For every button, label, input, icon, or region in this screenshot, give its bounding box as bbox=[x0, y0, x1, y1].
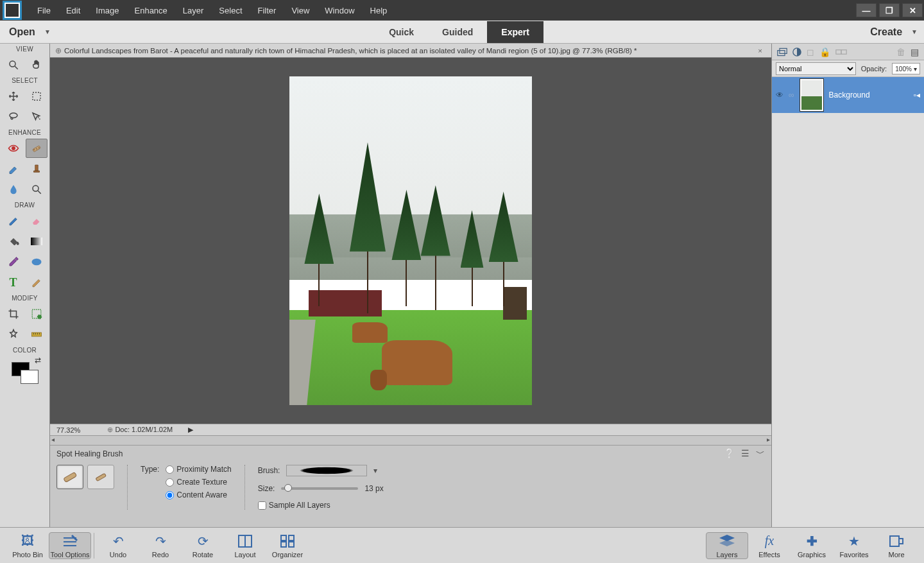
hand-tool[interactable] bbox=[26, 55, 47, 74]
crop-tool[interactable] bbox=[3, 304, 24, 324]
sponge-tool[interactable] bbox=[26, 180, 47, 199]
menu-help[interactable]: Help bbox=[363, 1, 395, 21]
pencil-tool[interactable] bbox=[26, 273, 47, 292]
svg-rect-11 bbox=[31, 238, 42, 245]
ab-graphics[interactable]: ✚Graphics bbox=[791, 533, 833, 559]
menu-window[interactable]: Window bbox=[317, 1, 362, 21]
zoom-level[interactable]: 77.32% bbox=[56, 426, 80, 434]
menu-filter[interactable]: Filter bbox=[250, 1, 284, 21]
recompose-tool[interactable] bbox=[26, 304, 47, 324]
open-button[interactable]: Open bbox=[0, 26, 44, 38]
zoom-tool[interactable] bbox=[3, 55, 24, 74]
svg-point-0 bbox=[10, 61, 15, 67]
paint-bucket-tool[interactable] bbox=[3, 232, 24, 251]
close-button[interactable]: ✕ bbox=[902, 3, 923, 17]
menu-select[interactable]: Select bbox=[211, 1, 250, 21]
tab-status-icon: ⊕ bbox=[55, 46, 62, 55]
cookie-cutter-tool[interactable] bbox=[3, 325, 24, 344]
blur-tool[interactable] bbox=[3, 180, 24, 199]
radio-proximity[interactable]: Proximity Match bbox=[166, 465, 231, 474]
ab-effects[interactable]: fxEffects bbox=[748, 533, 791, 559]
horizontal-scrollbar[interactable] bbox=[50, 435, 771, 445]
background-color[interactable] bbox=[21, 370, 38, 384]
layer-row-background[interactable]: 👁 ∞ Background ▫◂ bbox=[772, 77, 924, 113]
size-slider[interactable] bbox=[281, 487, 358, 490]
svg-line-10 bbox=[38, 191, 41, 194]
ab-rotate[interactable]: ⟳Rotate bbox=[182, 533, 224, 559]
checkbox-sample-all[interactable]: Sample All Layers bbox=[258, 501, 384, 510]
canvas-viewport[interactable] bbox=[50, 58, 771, 424]
ab-more[interactable]: More bbox=[875, 533, 918, 559]
svg-rect-33 bbox=[289, 535, 294, 541]
brush-tool[interactable] bbox=[3, 211, 24, 230]
ab-organizer[interactable]: Organizer bbox=[266, 533, 309, 559]
smart-brush-tool[interactable] bbox=[3, 159, 24, 178]
panel-options-icon[interactable]: ▤ bbox=[911, 47, 919, 57]
close-tab-icon[interactable]: × bbox=[754, 47, 766, 55]
menu-layer[interactable]: Layer bbox=[175, 1, 212, 21]
create-dropdown-icon[interactable]: ▼ bbox=[911, 28, 918, 35]
mode-guided[interactable]: Guided bbox=[428, 21, 487, 43]
ab-layout[interactable]: Layout bbox=[224, 533, 266, 559]
ab-undo[interactable]: ↶Undo bbox=[97, 533, 139, 559]
doc-size: Doc: 1.02M/1.02M bbox=[115, 426, 173, 433]
blend-mode-select[interactable]: Normal bbox=[776, 62, 856, 75]
ab-redo[interactable]: ↷Redo bbox=[139, 533, 182, 559]
layer-mask-icon[interactable]: ◻ bbox=[807, 47, 814, 57]
radio-texture[interactable]: Create Texture bbox=[166, 478, 231, 487]
variant-spot-healing[interactable] bbox=[56, 465, 83, 489]
marquee-tool[interactable] bbox=[26, 87, 47, 106]
brush-preview[interactable] bbox=[286, 465, 367, 476]
eraser-tool[interactable] bbox=[26, 211, 47, 230]
radio-content-aware[interactable]: Content Aware bbox=[166, 490, 231, 499]
redeye-tool[interactable] bbox=[3, 139, 24, 158]
delete-layer-icon[interactable]: 🗑 bbox=[896, 47, 905, 57]
opacity-value[interactable]: 100% ▾ bbox=[892, 63, 920, 74]
status-menu-icon[interactable]: ▶ bbox=[188, 426, 193, 433]
menu-edit[interactable]: Edit bbox=[58, 1, 88, 21]
menu-file[interactable]: File bbox=[30, 1, 58, 21]
link-layers-icon[interactable] bbox=[835, 48, 847, 56]
spot-healing-tool[interactable] bbox=[26, 139, 47, 158]
title-bar: File Edit Image Enhance Layer Select Fil… bbox=[0, 0, 924, 21]
menu-enhance[interactable]: Enhance bbox=[127, 1, 175, 21]
clone-stamp-tool[interactable] bbox=[26, 159, 47, 178]
menu-image[interactable]: Image bbox=[88, 1, 126, 21]
move-tool[interactable] bbox=[3, 87, 24, 106]
ab-tool-options[interactable]: Tool Options bbox=[49, 532, 91, 559]
ab-layers[interactable]: Layers bbox=[706, 532, 748, 559]
panel-menu-icon[interactable]: ☰ bbox=[741, 448, 749, 460]
lock-layer-icon[interactable]: 🔒 bbox=[819, 47, 830, 57]
swap-colors-icon[interactable]: ⇄ bbox=[35, 356, 41, 365]
document-tab-title[interactable]: Colorful Landscapes from Barot - A peace… bbox=[64, 47, 637, 55]
maximize-button[interactable]: ❐ bbox=[879, 3, 900, 17]
straighten-tool[interactable] bbox=[26, 325, 47, 344]
adjustment-layer-icon[interactable] bbox=[792, 48, 801, 56]
variant-healing[interactable] bbox=[87, 465, 114, 489]
mode-expert[interactable]: Expert bbox=[487, 21, 543, 43]
brush-dropdown-icon[interactable]: ▾ bbox=[373, 466, 377, 475]
open-dropdown-icon[interactable]: ▼ bbox=[44, 28, 51, 35]
svg-point-6 bbox=[33, 150, 35, 151]
menu-view[interactable]: View bbox=[284, 1, 317, 21]
shape-tool[interactable] bbox=[26, 252, 47, 272]
collapse-icon[interactable]: ﹀ bbox=[756, 448, 765, 460]
ab-favorites[interactable]: ★Favorites bbox=[833, 533, 875, 559]
ab-photo-bin[interactable]: 🖼Photo Bin bbox=[6, 533, 49, 559]
quick-select-tool[interactable] bbox=[26, 107, 47, 126]
layer-lock-icon[interactable]: ▫◂ bbox=[914, 91, 920, 100]
new-layer-icon[interactable] bbox=[777, 48, 787, 56]
minimize-button[interactable]: — bbox=[856, 3, 877, 17]
visibility-icon[interactable]: 👁 bbox=[776, 91, 783, 100]
gradient-tool[interactable] bbox=[26, 232, 47, 251]
text-tool[interactable]: T bbox=[3, 273, 24, 292]
layer-thumbnail[interactable] bbox=[800, 78, 824, 112]
color-swatches[interactable]: ⇄ bbox=[9, 358, 41, 384]
eyedropper-tool[interactable] bbox=[3, 252, 24, 272]
help-icon[interactable]: ❔ bbox=[724, 448, 735, 460]
mode-quick[interactable]: Quick bbox=[375, 21, 428, 43]
svg-point-7 bbox=[36, 148, 37, 150]
svg-rect-34 bbox=[281, 542, 286, 547]
create-button[interactable]: Create bbox=[861, 26, 911, 38]
lasso-tool[interactable] bbox=[3, 107, 24, 126]
